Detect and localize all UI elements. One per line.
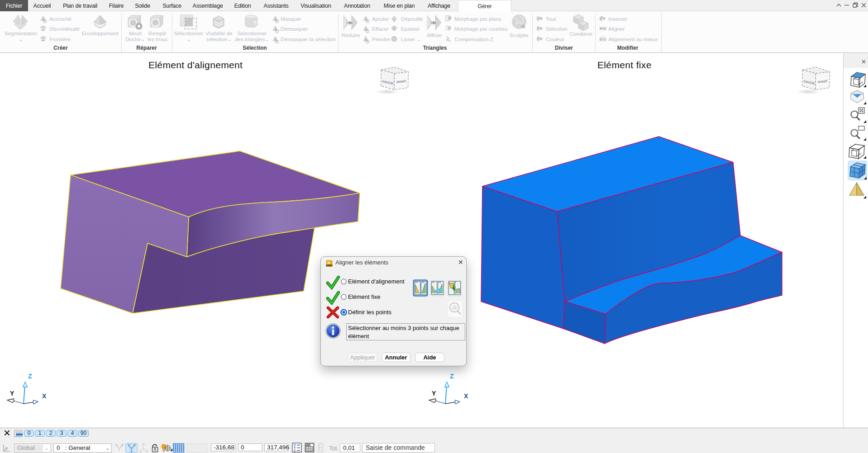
svg-text:z: z bbox=[449, 39, 451, 42]
svg-text:z: z bbox=[144, 442, 146, 446]
svg-text:x: x bbox=[122, 442, 124, 446]
svg-text:P: P bbox=[328, 260, 331, 265]
svg-text:✕: ✕ bbox=[861, 58, 866, 65]
svg-text:Z: Z bbox=[294, 449, 296, 452]
